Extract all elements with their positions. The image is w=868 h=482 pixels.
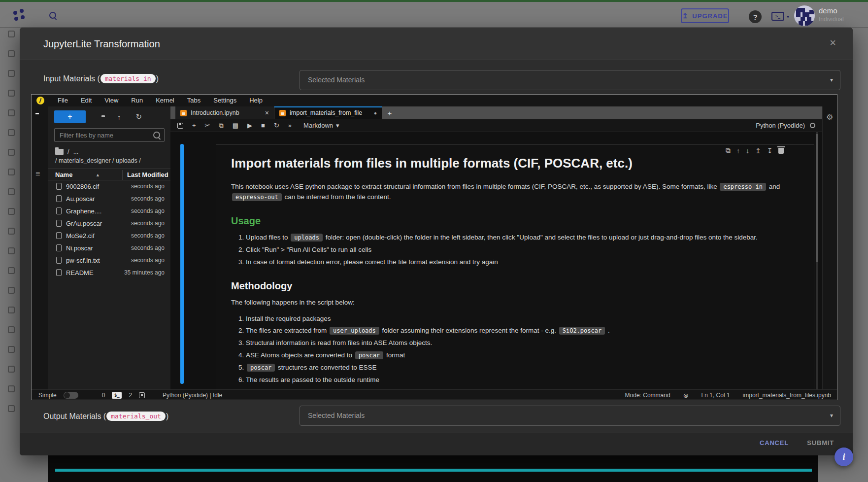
background-accent-bar — [55, 469, 812, 472]
upgrade-button[interactable]: ↥ UPGRADE — [681, 8, 729, 23]
info-button[interactable]: i — [835, 448, 853, 466]
paste-icon[interactable]: ▤ — [233, 119, 238, 132]
duplicate-cell-icon[interactable]: ⧉ — [726, 146, 731, 155]
file-name: MoSe2.cif — [66, 230, 95, 242]
stop-icon[interactable]: ■ — [261, 119, 265, 132]
cut-icon[interactable]: ✂ — [205, 119, 210, 132]
list-icon: ≡ — [35, 170, 40, 178]
dock-panel: Introduction.ipynb × import_materials_fr… — [170, 106, 822, 389]
output-selected-materials-dropdown[interactable]: Selected Materials ▾ — [300, 406, 840, 426]
methodology-intro: The following happens in the script belo… — [231, 298, 801, 308]
insert-above-icon[interactable]: ↥ — [755, 147, 761, 155]
jupyterlite-icon — [36, 97, 44, 104]
scrollbar-thumb[interactable] — [816, 134, 818, 262]
user-role: Individual — [819, 16, 844, 23]
table-of-contents-tab[interactable]: ≡ — [35, 170, 40, 178]
column-name[interactable]: Name — [55, 169, 72, 181]
menu-kernel[interactable]: Kernel — [149, 95, 181, 106]
file-row[interactable]: Au.poscarseconds ago — [48, 193, 170, 205]
file-row[interactable]: GrAu.poscarseconds ago — [48, 217, 170, 230]
trust-shield-icon[interactable]: ⊗ — [683, 392, 689, 399]
run-all-icon[interactable]: » — [288, 119, 292, 132]
cursor-position[interactable]: Ln 1, Col 1 — [701, 392, 730, 399]
breadcrumb-ellipsis[interactable]: ... — [73, 148, 79, 155]
gear-icon[interactable]: ⚙ — [826, 112, 833, 122]
output-materials-label-text: Output Materials ( — [43, 412, 106, 421]
delete-cell-icon[interactable] — [778, 148, 784, 154]
breadcrumb[interactable]: / ... — [55, 148, 78, 155]
new-launcher-button[interactable]: + — [54, 110, 86, 123]
file-row[interactable]: Ni.poscarseconds ago — [48, 242, 170, 254]
kernel-status-text[interactable]: Python (Pyodide) | Idle — [163, 392, 222, 399]
menu-tabs[interactable]: Tabs — [181, 95, 207, 106]
new-tab-button[interactable]: + — [383, 106, 396, 119]
file-name: Au.poscar — [66, 193, 95, 205]
file-modified: seconds ago — [131, 193, 165, 205]
dialog-header: JupyterLite Transformation × — [20, 28, 853, 60]
file-icon — [56, 195, 62, 202]
list-item: poscar structures are converted to ESSE — [246, 363, 801, 373]
file-row[interactable]: pw-scf.in.txtseconds ago — [48, 254, 170, 267]
close-icon[interactable]: × — [265, 109, 269, 117]
scrollbar[interactable] — [816, 132, 818, 389]
cell-type-dropdown[interactable]: Markdown ▾ — [303, 122, 339, 129]
simple-mode-toggle[interactable] — [64, 392, 78, 399]
insert-below-icon[interactable]: ↧ — [767, 147, 773, 155]
menu-help[interactable]: Help — [243, 95, 269, 106]
menu-run[interactable]: Run — [125, 95, 149, 106]
tab-import-materials-from-file[interactable]: import_materials_from_file ● — [274, 106, 382, 119]
close-icon[interactable]: × — [830, 36, 836, 49]
menu-view[interactable]: View — [98, 95, 125, 106]
file-row[interactable]: Graphene....seconds ago — [48, 205, 170, 217]
search-icon[interactable] — [49, 12, 57, 22]
save-icon[interactable] — [177, 123, 183, 129]
user-block[interactable]: demo Individual — [819, 6, 844, 23]
help-icon[interactable]: ? — [749, 10, 762, 23]
tab-introduction-ipynb[interactable]: Introduction.ipynb × — [175, 106, 274, 119]
menu-settings[interactable]: Settings — [207, 95, 243, 106]
submit-button[interactable]: SUBMIT — [807, 439, 834, 447]
refresh-icon[interactable]: ↻ — [136, 112, 142, 121]
file-name: GrAu.poscar — [66, 217, 102, 230]
copy-icon[interactable]: ⧉ — [219, 119, 224, 132]
add-cell-icon[interactable]: + — [192, 119, 196, 132]
terminal-selector[interactable]: >_ ▾ — [771, 12, 789, 21]
kernel-name[interactable]: Python (Pyodide) — [756, 122, 805, 129]
input-selected-materials-dropdown[interactable]: Selected Materials ▾ — [300, 70, 840, 90]
file-modified: seconds ago — [131, 180, 165, 193]
terminal-icon: >_ — [771, 12, 784, 21]
file-row[interactable]: README35 minutes ago — [48, 267, 170, 279]
upload-icon[interactable]: ↑ — [117, 113, 121, 121]
avatar[interactable] — [794, 5, 815, 26]
input-materials-label-text: Input Materials ( — [43, 74, 100, 83]
terminals-count[interactable]: 0 — [102, 392, 105, 399]
move-down-icon[interactable]: ↓ — [746, 147, 749, 155]
selected-cell-indicator[interactable] — [180, 144, 184, 384]
file-name: 9002806.cif — [66, 180, 99, 193]
run-icon[interactable]: ▶ — [247, 119, 252, 132]
markdown-cell[interactable]: Import materials from files in multiple … — [216, 144, 814, 389]
methodology-heading: Methodology — [231, 280, 801, 292]
cancel-button[interactable]: CANCEL — [760, 439, 789, 447]
notebook-toolbar: + ✂ ⧉ ▤ ▶ ■ ↻ » Markdown ▾ Python ( — [170, 119, 822, 132]
list-item: ASE Atoms objects are converted to posca… — [246, 350, 801, 361]
mat3ra-logo[interactable] — [13, 9, 26, 22]
menu-file[interactable]: File — [51, 95, 74, 106]
move-up-icon[interactable]: ↑ — [736, 147, 740, 155]
breadcrumb-path[interactable]: / materials_designer / uploads / — [55, 157, 141, 164]
restart-kernel-icon[interactable]: ↻ — [274, 119, 279, 132]
input-materials-label-close: ) — [156, 74, 159, 83]
chevron-down-icon: ▾ — [830, 70, 833, 90]
filter-files-input[interactable] — [60, 129, 148, 141]
file-list: 9002806.cifseconds ago Au.poscarseconds … — [48, 180, 170, 279]
file-icon — [56, 220, 62, 227]
input-materials-label: Input Materials ( materials_in ) — [43, 74, 159, 83]
file-row[interactable]: 9002806.cifseconds ago — [48, 180, 170, 193]
folder-icon — [55, 149, 64, 155]
menu-edit[interactable]: Edit — [74, 95, 98, 106]
mode-indicator: Mode: Command — [625, 392, 670, 399]
file-row[interactable]: MoSe2.cifseconds ago — [48, 230, 170, 242]
screen: ↥ UPGRADE ? >_ ▾ demo Individual Jupyter… — [0, 0, 868, 482]
kernels-count[interactable]: 2 — [129, 392, 132, 399]
column-last-modified[interactable]: Last Modified — [127, 169, 168, 181]
